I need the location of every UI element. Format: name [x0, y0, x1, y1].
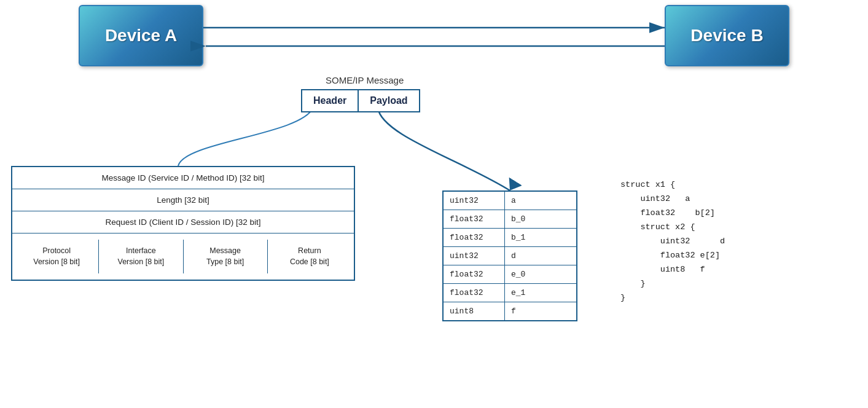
payload-name-6: f [505, 302, 522, 320]
payload-name-1: b_0 [505, 210, 531, 228]
payload-row-6: uint8 f [444, 302, 576, 320]
payload-row-4: float32 e_0 [444, 265, 576, 284]
device-b: Device B [665, 5, 789, 66]
payload-type-6: uint8 [444, 302, 505, 320]
device-a: Device A [79, 5, 203, 66]
payload-name-4: e_0 [505, 265, 531, 283]
header-row-message-id: Message ID (Service ID / Method ID) [32 … [12, 167, 354, 189]
payload-type-4: float32 [444, 265, 505, 283]
payload-name-0: a [505, 192, 522, 210]
header-cell-interface: InterfaceVersion [8 bit] [99, 240, 183, 273]
header-cell-return-code: ReturnCode [8 bit] [268, 240, 351, 273]
header-cell-protocol: ProtocolVersion [8 bit] [15, 240, 99, 273]
payload-row-3: uint32 d [444, 247, 576, 265]
message-box-payload: Payload [359, 90, 418, 111]
payload-type-0: uint32 [444, 192, 505, 210]
header-row-split: ProtocolVersion [8 bit] InterfaceVersion… [12, 233, 354, 280]
someip-label: SOME/IP Message [326, 75, 404, 85]
device-a-label: Device A [105, 26, 177, 45]
header-detail-box: Message ID (Service ID / Method ID) [32 … [11, 166, 355, 281]
payload-type-1: float32 [444, 210, 505, 228]
payload-name-2: b_1 [505, 229, 531, 246]
payload-name-5: e_1 [505, 284, 531, 302]
payload-row-5: float32 e_1 [444, 284, 576, 302]
payload-name-3: d [505, 247, 522, 265]
header-row-request-id: Request ID (Client ID / Session ID) [32 … [12, 211, 354, 233]
payload-row-2: float32 b_1 [444, 229, 576, 247]
diagram-container: Device A Device B SOME/IP Mes [0, 0, 868, 408]
message-box: Header Payload [301, 89, 420, 112]
payload-row-1: float32 b_0 [444, 210, 576, 229]
payload-type-5: float32 [444, 284, 505, 302]
header-row-length: Length [32 bit] [12, 189, 354, 211]
message-box-header: Header [302, 90, 359, 111]
device-b-label: Device B [690, 26, 763, 45]
payload-row-0: uint32 a [444, 192, 576, 210]
header-cell-message-type: MessageType [8 bit] [184, 240, 268, 273]
payload-type-2: float32 [444, 229, 505, 246]
payload-detail-box: uint32 a float32 b_0 float32 b_1 uint32 … [442, 190, 577, 321]
payload-type-3: uint32 [444, 247, 505, 265]
struct-code-block: struct x1 { uint32 a float32 b[2] struct… [620, 178, 725, 305]
